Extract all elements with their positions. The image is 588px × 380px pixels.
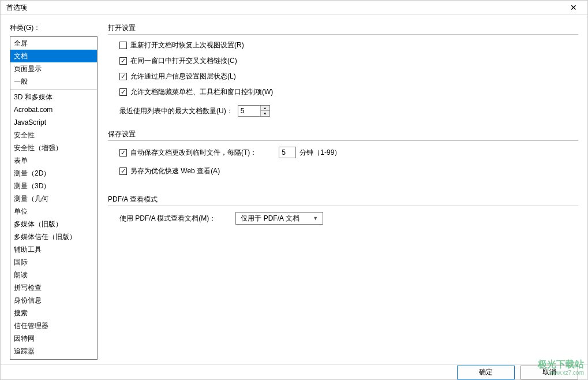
list-separator [10,89,97,90]
category-item[interactable]: 多媒体（旧版） [10,218,97,230]
category-item[interactable]: 身份信息 [10,294,97,307]
category-item[interactable]: 单位 [10,205,97,218]
same-window-label: 在同一窗口中打开交叉文档链接(C) [130,56,237,66]
chevron-down-icon: ▼ [311,215,320,221]
checkbox-icon [119,167,127,175]
category-item[interactable]: 全屏 [10,37,97,50]
category-item[interactable]: 页面显示 [10,62,97,75]
checkbox-icon [119,73,127,80]
divider [108,206,578,206]
ok-button[interactable]: 确定 [457,366,515,379]
pdfa-mode-label: 使用 PDF/A 模式查看文档(M)： [119,214,216,223]
divider [108,140,578,141]
category-item[interactable]: 朗读 [10,269,97,281]
spinner-down-icon[interactable]: ▼ [261,111,269,116]
category-item[interactable]: 3D 和多媒体 [10,91,97,103]
category-item[interactable]: 追踪器 [10,345,97,357]
group-title-save: 保存设置 [108,129,578,139]
pdfa-mode-row: 使用 PDF/A 模式查看文档(M)： 仅用于 PDF/A 文档 ▼ [119,212,578,225]
recent-docs-input[interactable] [238,106,260,116]
fast-web-row[interactable]: 另存为优化快速 Web 查看(A) [119,166,578,176]
category-item[interactable]: 表单 [10,154,97,167]
category-item[interactable]: 安全性（增强） [10,141,97,154]
autosave-row[interactable]: 自动保存文档更改到临时文件，每隔(T)： 分钟（1-99） [119,147,578,158]
preferences-window: 首选项 ✕ 种类(G)： 全屏文档页面显示一般3D 和多媒体Acrobat.co… [0,0,588,380]
pdfa-mode-value: 仅用于 PDF/A 文档 [241,214,299,223]
category-item[interactable]: 搜索 [10,307,97,319]
pdfa-mode-select[interactable]: 仅用于 PDF/A 文档 ▼ [235,212,323,225]
category-item[interactable]: 拼写检查 [10,281,97,294]
category-item[interactable]: JavaScript [10,116,97,129]
recent-docs-label: 最近使用列表中的最大文档数量(U)： [119,106,233,116]
checkbox-icon [119,88,127,96]
close-icon: ✕ [570,3,577,12]
close-button[interactable]: ✕ [562,1,585,14]
group-title-pdfa: PDF/A 查看模式 [108,195,578,204]
category-item[interactable]: 一般 [10,75,97,88]
layer-state-row[interactable]: 允许通过用户信息设置图层状态(L) [119,72,578,81]
pdfa-group: PDF/A 查看模式 使用 PDF/A 模式查看文档(M)： 仅用于 PDF/A… [108,195,578,225]
content-area: 种类(G)： 全屏文档页面显示一般3D 和多媒体Acrobat.comJavaS… [1,15,587,364]
restore-view-row[interactable]: 重新打开文档时恢复上次视图设置(R) [119,40,578,50]
autosave-interval-input[interactable] [279,147,296,158]
layer-state-label: 允许通过用户信息设置图层状态(L) [130,72,236,81]
divider [108,34,578,35]
restore-view-label: 重新打开文档时恢复上次视图设置(R) [130,40,244,50]
hide-ui-row[interactable]: 允许文档隐藏菜单栏、工具栏和窗口控制项(W) [119,87,578,97]
category-label: 种类(G)： [10,23,98,33]
cancel-button[interactable]: 取消 [520,366,578,379]
checkbox-icon [119,149,127,157]
checkbox-icon [119,42,127,49]
category-item[interactable]: 信任管理器 [10,319,97,332]
fast-web-label: 另存为优化快速 Web 查看(A) [130,166,220,176]
category-item[interactable]: 测量（2D） [10,167,97,180]
group-title-open: 打开设置 [108,23,578,33]
category-item[interactable]: 文档 [10,50,97,62]
recent-docs-spinner[interactable]: ▲ ▼ [238,105,270,117]
category-item[interactable]: 多媒体信任（旧版） [10,230,97,243]
category-item[interactable]: 安全性 [10,129,97,141]
open-settings-group: 打开设置 重新打开文档时恢复上次视图设置(R) 在同一窗口中打开交叉文档链接(C… [108,23,578,117]
category-item[interactable]: 辅助工具 [10,243,97,256]
autosave-suffix: 分钟（1-99） [299,148,341,158]
category-item[interactable]: 因特网 [10,332,97,345]
same-window-row[interactable]: 在同一窗口中打开交叉文档链接(C) [119,56,578,66]
category-listbox[interactable]: 全屏文档页面显示一般3D 和多媒体Acrobat.comJavaScript安全… [10,36,98,360]
window-title: 首选项 [6,3,27,13]
footer: 确定 取消 [1,364,587,379]
save-settings-group: 保存设置 自动保存文档更改到临时文件，每隔(T)： 分钟（1-99） 另存为优化… [108,129,578,182]
autosave-prefix: 自动保存文档更改到临时文件，每隔(T)： [130,148,257,158]
category-item[interactable]: 国际 [10,256,97,269]
spinner-up-icon[interactable]: ▲ [261,106,269,111]
hide-ui-label: 允许文档隐藏菜单栏、工具栏和窗口控制项(W) [130,87,273,97]
settings-column: 打开设置 重新打开文档时恢复上次视图设置(R) 在同一窗口中打开交叉文档链接(C… [108,23,578,360]
category-item[interactable]: 测量（几何 [10,192,97,205]
checkbox-icon [119,57,127,65]
category-column: 种类(G)： 全屏文档页面显示一般3D 和多媒体Acrobat.comJavaS… [10,23,98,360]
category-item[interactable]: 测量（3D） [10,180,97,192]
recent-docs-row: 最近使用列表中的最大文档数量(U)： ▲ ▼ [119,105,578,117]
category-item[interactable]: Acrobat.com [10,103,97,116]
titlebar: 首选项 ✕ [1,1,587,15]
